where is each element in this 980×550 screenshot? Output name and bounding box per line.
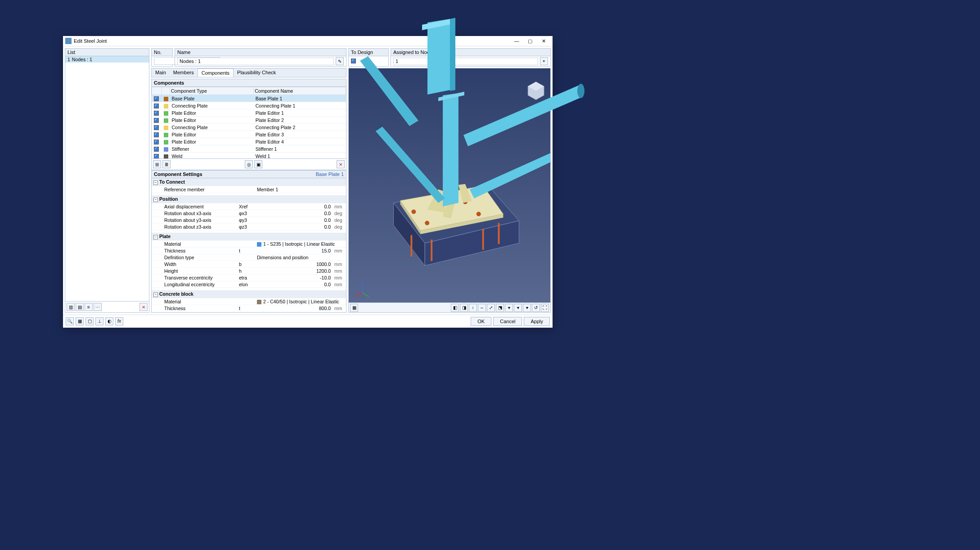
col-type: Component Type	[170, 87, 254, 95]
vp-display-icon[interactable]: ▾	[505, 304, 513, 312]
collapse-icon[interactable]: −	[153, 180, 158, 185]
tab-members[interactable]: Members	[170, 68, 198, 77]
ok-button[interactable]: OK	[471, 317, 491, 326]
component-row[interactable]: WeldWeld 1	[152, 153, 346, 159]
row-checkbox[interactable]	[154, 140, 159, 144]
list-item[interactable]: 1 Nodes : 1	[65, 56, 149, 63]
comp-name: Plate Editor 2	[254, 117, 346, 124]
component-row[interactable]: StiffenerStiffener 1	[152, 145, 346, 153]
foot-fx-icon[interactable]: fx	[115, 317, 123, 325]
param-value[interactable]: 0.0	[255, 216, 333, 223]
component-row[interactable]: Plate EditorPlate Editor 4	[152, 138, 346, 145]
settings-current: Base Plate 1	[316, 171, 344, 177]
comp-name: Plate Editor 4	[254, 138, 346, 145]
comp-lib-icon[interactable]: ≣	[162, 160, 171, 168]
color-swatch	[164, 97, 168, 101]
param-value[interactable]: 1 - S235 | Isotropic | Linear Elastic	[255, 240, 346, 247]
edit-name-icon[interactable]: ✎	[336, 57, 344, 65]
vp-xz-icon[interactable]: ↔	[478, 304, 486, 312]
todesign-checkbox[interactable]	[351, 59, 356, 63]
param-value[interactable]: 0.0	[255, 223, 333, 230]
param-value[interactable]: 1200.0	[255, 267, 333, 274]
svg-point-6	[411, 210, 416, 214]
sort-icon[interactable]: ≡	[85, 303, 93, 311]
close-button[interactable]: ✕	[537, 38, 550, 44]
vp-full-icon[interactable]: ⛶	[541, 304, 549, 312]
component-row[interactable]: Plate EditorPlate Editor 1	[152, 109, 346, 117]
param-value[interactable]: Dimensions and position	[255, 254, 346, 261]
param-value[interactable]: 2 - C40/50 | Isotropic | Linear Elastic	[255, 298, 346, 305]
row-checkbox[interactable]	[154, 147, 159, 152]
param-value[interactable]: 15.0	[255, 247, 333, 254]
tab-components[interactable]: Components	[198, 68, 234, 77]
pick-node-icon[interactable]: ⌖	[540, 57, 548, 65]
row-checkbox[interactable]	[154, 111, 159, 116]
row-checkbox[interactable]	[154, 118, 159, 123]
minimize-button[interactable]: —	[510, 38, 523, 44]
mid-panel: No. Name ✎ Main Members Components Plaus…	[151, 48, 346, 313]
foot-snap-icon[interactable]: ▢	[85, 317, 94, 325]
foot-zoom-icon[interactable]: 🔍	[66, 317, 74, 325]
collapse-icon[interactable]: −	[153, 293, 158, 297]
component-row[interactable]: Connecting PlateConnecting Plate 1	[152, 102, 346, 109]
row-checkbox[interactable]	[154, 154, 159, 159]
foot-grid-icon[interactable]: ▦	[76, 317, 84, 325]
vp-layer-icon[interactable]: ▾	[514, 304, 522, 312]
param-label: Rotation about z3-axis	[152, 223, 237, 230]
param-value[interactable]: 1000.0	[255, 261, 333, 267]
param-value[interactable]: 800.0	[255, 305, 333, 311]
comp-name: Connecting Plate 1	[254, 102, 346, 109]
comp-save-icon[interactable]: ▣	[254, 160, 262, 168]
param-value[interactable]: -10.0	[255, 274, 333, 281]
row-checkbox[interactable]	[154, 132, 159, 137]
apply-button[interactable]: Apply	[524, 317, 550, 326]
tab-plausibility[interactable]: Plausibility Check	[234, 68, 279, 77]
3d-viewport[interactable]: ▦ ◧ ◨ ↕ ↔ ⤢ ⬔ ▾ ▾ ▾ ↺ ⛶	[348, 68, 551, 313]
row-checkbox[interactable]	[154, 104, 159, 108]
vp-yz-icon[interactable]: ⤢	[487, 304, 495, 312]
tool-icon[interactable]: ⋯	[94, 303, 102, 311]
material-swatch	[257, 242, 261, 247]
component-row[interactable]: Plate EditorPlate Editor 2	[152, 117, 346, 124]
foot-member-icon[interactable]: ⊥	[95, 317, 103, 325]
cancel-button[interactable]: Cancel	[493, 317, 522, 326]
param-value[interactable]: 0.0	[255, 203, 333, 210]
assigned-input[interactable]	[393, 58, 538, 65]
vp-iso-icon[interactable]: ⬔	[496, 304, 504, 312]
comp-add-icon[interactable]: ⊞	[153, 160, 161, 168]
name-input[interactable]	[177, 58, 334, 65]
param-symbol: Xref	[237, 203, 255, 210]
row-checkbox[interactable]	[154, 125, 159, 130]
comp-type: Connecting Plate	[170, 102, 254, 109]
copy-icon[interactable]: ▤	[76, 303, 84, 311]
vp-xy-icon[interactable]: ↕	[469, 304, 477, 312]
row-checkbox[interactable]	[154, 96, 159, 101]
svg-marker-21	[376, 126, 445, 203]
delete-icon[interactable]: ✕	[139, 303, 148, 311]
param-value[interactable]: Offsets	[255, 311, 346, 312]
window-title: Edit Steel Joint	[74, 38, 107, 44]
component-row[interactable]: Plate EditorPlate Editor 3	[152, 131, 346, 138]
vp-reset-icon[interactable]: ↺	[532, 304, 540, 312]
foot-show-icon[interactable]: ◐	[105, 317, 113, 325]
vp-b-icon[interactable]: ◨	[460, 304, 468, 312]
collapse-icon[interactable]: −	[153, 198, 158, 202]
param-value[interactable]: 0.0	[255, 281, 333, 288]
tab-main[interactable]: Main	[152, 68, 170, 77]
comp-delete-icon[interactable]: ✕	[337, 160, 345, 168]
param-unit: mm	[333, 247, 346, 254]
vp-print-icon[interactable]: ▾	[523, 304, 531, 312]
param-value[interactable]: 0.0	[255, 210, 333, 216]
new-icon[interactable]: ▥	[67, 303, 75, 311]
vp-a-icon[interactable]: ◧	[451, 304, 459, 312]
maximize-button[interactable]: ▢	[523, 38, 537, 44]
component-row[interactable]: Connecting PlateConnecting Plate 2	[152, 124, 346, 131]
param-unit: mm	[333, 203, 346, 210]
component-row[interactable]: Base PlateBase Plate 1	[152, 95, 346, 102]
param-value[interactable]: Member 1	[255, 186, 346, 193]
no-label: No.	[152, 49, 172, 56]
vp-isolate-icon[interactable]: ▦	[350, 304, 358, 312]
svg-line-24	[355, 293, 362, 296]
comp-globe-icon[interactable]: ◎	[245, 160, 253, 168]
collapse-icon[interactable]: −	[153, 235, 158, 239]
